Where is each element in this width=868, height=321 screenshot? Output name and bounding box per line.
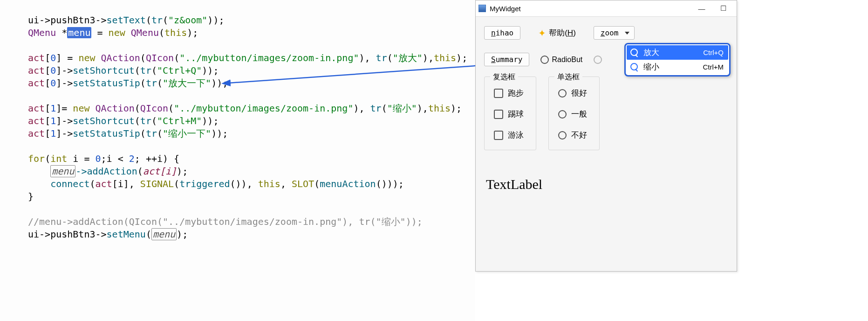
radio-icon <box>558 89 567 98</box>
titlebar[interactable]: MyWidget — ☐ <box>476 0 737 17</box>
text-label: TextLabel <box>486 176 728 192</box>
chevron-down-icon <box>625 32 629 35</box>
group-title: 复选框 <box>490 72 518 82</box>
radio-item[interactable]: 一般 <box>558 109 587 119</box>
window-title: MyWidget <box>490 5 521 13</box>
checkbox-item[interactable]: 跑步 <box>494 88 524 98</box>
checkbox-group: 复选框 跑步 踢球 游泳 <box>484 77 536 150</box>
radio-icon <box>558 110 567 119</box>
app-window: MyWidget — ☐ nihao ✦ 帮助(H) zoom Summary <box>475 0 737 272</box>
checkbox-icon <box>494 110 503 119</box>
menu-item-zoom-out[interactable]: 缩小 Ctrl+M <box>627 60 728 74</box>
help-icon: ✦ <box>538 28 546 39</box>
checkbox-item[interactable]: 游泳 <box>494 130 524 140</box>
maximize-button[interactable]: ☐ <box>712 1 734 15</box>
app-icon <box>478 5 486 12</box>
radio-icon <box>594 56 602 64</box>
selection: menu <box>67 27 91 38</box>
checkbox-icon <box>494 131 503 140</box>
radio-inline-2[interactable] <box>594 56 602 64</box>
radio-item[interactable]: 不好 <box>558 130 587 140</box>
radio-item[interactable]: 很好 <box>558 88 587 98</box>
radio-group: 单选框 很好 一般 不好 <box>548 77 600 150</box>
group-title: 单选框 <box>554 72 582 82</box>
help-label[interactable]: ✦ 帮助(H) <box>538 28 576 39</box>
nihao-button[interactable]: nihao <box>484 26 520 40</box>
menu-item-zoom-in[interactable]: 放大 Ctrl+Q <box>627 45 728 60</box>
radio-icon <box>558 131 567 140</box>
checkbox-item[interactable]: 踢球 <box>494 109 524 119</box>
summary-button[interactable]: Summary <box>484 53 529 66</box>
radio-inline-1[interactable]: RadioBut <box>540 56 582 64</box>
radio-icon <box>540 56 549 64</box>
code-editor[interactable]: ui->pushBtn3->setText(tr("z&oom")); QMen… <box>0 0 475 321</box>
zoom-out-icon <box>630 63 639 71</box>
checkbox-icon <box>494 89 503 98</box>
zoom-in-icon <box>630 49 639 57</box>
zoom-menu: 放大 Ctrl+Q 缩小 Ctrl+M <box>624 43 731 77</box>
minimize-button[interactable]: — <box>691 1 712 15</box>
zoom-button[interactable]: zoom <box>594 26 635 40</box>
